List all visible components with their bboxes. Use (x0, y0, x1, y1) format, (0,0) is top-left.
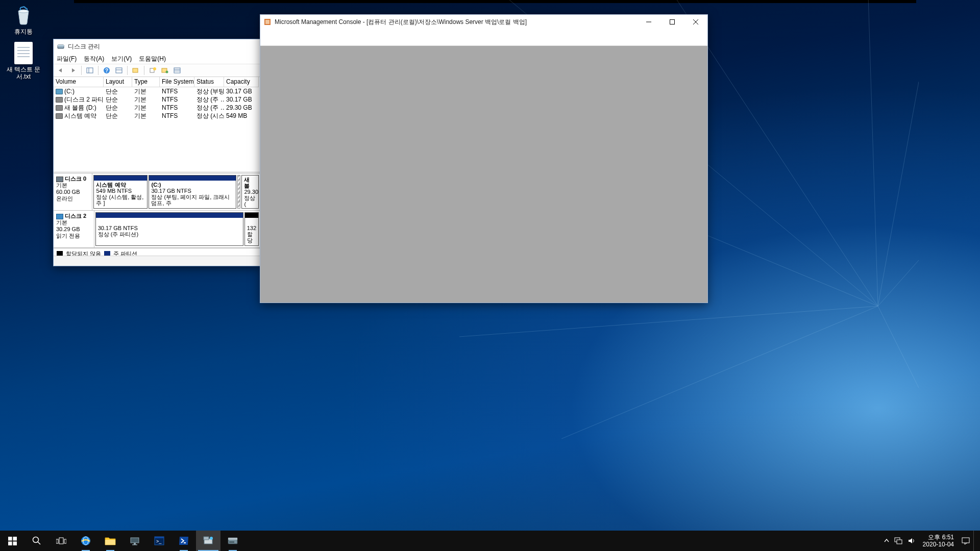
tray-notification-icon[interactable] (961, 536, 970, 545)
disk-layout-pane[interactable]: 디스크 0 기본 60.00 GB 온라인 시스템 예약 549 MB NTFS… (54, 173, 260, 256)
part-size: 30.17 GB NTFS (98, 225, 138, 231)
part-title: 새 볼 (244, 177, 250, 189)
partition-header (149, 176, 236, 181)
svg-rect-29 (670, 20, 675, 24)
taskbar-powershell[interactable] (172, 531, 196, 551)
mmc-window[interactable]: Microsoft Management Console - [컴퓨터 관리(로… (260, 14, 708, 303)
recycle-bin-label: 휴지통 (14, 28, 33, 35)
disk0-part3[interactable]: 새 볼 29.30 정상 ( (241, 175, 259, 209)
disk2-part2[interactable]: 132 할당 (244, 212, 259, 246)
clock-date: 2020-10-04 (923, 541, 954, 548)
diskmgmt-titlebar[interactable]: 디스크 관리 (54, 39, 260, 54)
disk-management-window[interactable]: 디스크 관리 파일(F) 동작(A) 보기(V) 도움말(H) ? Volume (53, 39, 260, 266)
taskbar-server-manager[interactable] (122, 531, 147, 551)
col-fs[interactable]: File System (160, 77, 194, 87)
svg-rect-16 (116, 68, 122, 73)
legend-primary-label: 주 파티션 (113, 250, 137, 256)
disk-legend: 할당되지 않음 주 파티션 (54, 248, 260, 256)
svg-rect-43 (105, 540, 115, 545)
menu-file[interactable]: 파일(F) (57, 55, 77, 63)
svg-rect-44 (131, 538, 139, 543)
tray-up-icon[interactable] (884, 538, 889, 543)
svg-line-8 (459, 306, 878, 337)
close-button[interactable] (684, 15, 707, 29)
part-size: 30.17 GB NTFS (151, 188, 191, 194)
show-tree-button[interactable] (85, 65, 95, 76)
part-status: 정상 (부팅, 페이지 파일, 크래시 덤프, 주 (151, 194, 230, 206)
back-button[interactable] (56, 65, 66, 76)
col-type[interactable]: Type (132, 77, 160, 87)
recycle-bin-icon[interactable]: 휴지통 (4, 4, 43, 35)
tray-network-icon[interactable] (894, 537, 902, 544)
diskmgmt-app-icon (57, 42, 65, 51)
disk2-part1[interactable]: 30.17 GB NTFS 정상 (주 파티션) (95, 212, 243, 246)
action-new-button[interactable] (148, 65, 158, 76)
list-view-button[interactable] (172, 65, 182, 76)
svg-line-7 (561, 306, 878, 439)
taskbar-mmc[interactable] (196, 531, 220, 551)
table-row[interactable]: 새 볼륨 (D:)단순기본NTFS정상 (주 …29.30 GB (54, 104, 260, 112)
table-row[interactable]: 시스템 예약단순기본NTFS정상 (시스…549 MB (54, 112, 260, 120)
view-top-button[interactable] (114, 65, 124, 76)
textfile-icon[interactable]: 새 텍스트 문서.txt (4, 42, 43, 80)
taskbar[interactable]: >_ 오후 6:51 2020-10-04 (0, 531, 980, 551)
disk2-name: 디스크 2 (65, 213, 86, 219)
svg-rect-48 (155, 537, 164, 538)
volume-table-header[interactable]: Volume Layout Type File System Status Ca… (54, 77, 260, 87)
disk2-label[interactable]: 디스크 2 기본 30.29 GB 읽기 전용 (54, 211, 94, 247)
start-button[interactable] (0, 531, 24, 551)
disk-row-0[interactable]: 디스크 0 기본 60.00 GB 온라인 시스템 예약 549 MB NTFS… (54, 173, 260, 211)
volume-table-body[interactable]: (C:)단순기본NTFS정상 (부팅30.17 GB(디스크 2 파티션 2)단… (54, 87, 260, 120)
table-row[interactable]: (C:)단순기본NTFS정상 (부팅30.17 GB (54, 87, 260, 95)
partition-header (245, 213, 258, 218)
diskmgmt-toolbar: ? (54, 64, 260, 77)
col-layout[interactable]: Layout (104, 77, 132, 87)
mmc-menubar[interactable] (260, 29, 707, 46)
col-volume[interactable]: Volume (54, 77, 104, 87)
svg-point-52 (210, 537, 213, 540)
disk0-part1[interactable]: 시스템 예약 549 MB NTFS 정상 (시스템, 활성, 주 ] (93, 175, 148, 209)
legend-unalloc-swatch (57, 251, 63, 256)
minimize-button[interactable] (637, 15, 660, 29)
desktop[interactable]: 휴지통 새 텍스트 문서.txt 디스크 관리 파일(F) 동작(A) 보기(V… (0, 0, 980, 551)
menu-view[interactable]: 보기(V) (111, 55, 132, 63)
menu-help[interactable]: 도움말(H) (139, 55, 166, 63)
table-row[interactable]: (디스크 2 파티션 2)단순기본NTFS정상 (주 …30.17 GB (54, 95, 260, 104)
diskmgmt-menubar[interactable]: 파일(F) 동작(A) 보기(V) 도움말(H) (54, 54, 260, 64)
disk-icon (56, 177, 63, 182)
tray-volume-icon[interactable] (908, 537, 916, 544)
action-prop-button[interactable] (160, 65, 170, 76)
help-button[interactable]: ? (102, 65, 112, 76)
taskbar-diskmgmt[interactable] (220, 531, 245, 551)
maximize-button[interactable] (660, 15, 684, 29)
partition-header (96, 213, 243, 218)
volume-table[interactable]: Volume Layout Type File System Status Ca… (54, 77, 260, 173)
trash-icon (12, 4, 35, 27)
col-status[interactable]: Status (194, 77, 224, 87)
menu-action[interactable]: 동작(A) (84, 55, 104, 63)
col-capacity[interactable]: Capacity (224, 77, 259, 87)
disk2-status: 읽기 전용 (56, 233, 80, 239)
task-view-button[interactable] (49, 531, 74, 551)
disk0-gap (237, 175, 240, 209)
disk0-part2[interactable]: (C:) 30.17 GB NTFS 정상 (부팅, 페이지 파일, 크래시 덤… (149, 175, 236, 209)
disk0-size: 60.00 GB (56, 189, 80, 195)
forward-button[interactable] (68, 65, 78, 76)
show-desktop-button[interactable] (973, 531, 977, 551)
search-button[interactable] (24, 531, 49, 551)
disk-row-2[interactable]: 디스크 2 기본 30.29 GB 읽기 전용 30.17 GB NTFS 정상… (54, 211, 260, 248)
mmc-client-area[interactable] (260, 46, 707, 303)
mmc-app-icon (263, 18, 272, 26)
taskbar-clock[interactable]: 오후 6:51 2020-10-04 (919, 534, 958, 548)
svg-rect-46 (132, 544, 137, 545)
mmc-titlebar[interactable]: Microsoft Management Console - [컴퓨터 관리(로… (260, 15, 707, 29)
taskbar-ie[interactable] (74, 531, 98, 551)
action-settings-button[interactable] (131, 65, 141, 76)
svg-rect-11 (58, 45, 64, 46)
taskbar-powershell-window[interactable]: >_ (147, 531, 172, 551)
svg-rect-18 (133, 68, 138, 72)
disk2-type: 기본 (56, 219, 67, 226)
disk0-label[interactable]: 디스크 0 기본 60.00 GB 온라인 (54, 173, 92, 210)
part-status: 정상 ( (244, 195, 255, 207)
taskbar-explorer[interactable] (98, 531, 122, 551)
